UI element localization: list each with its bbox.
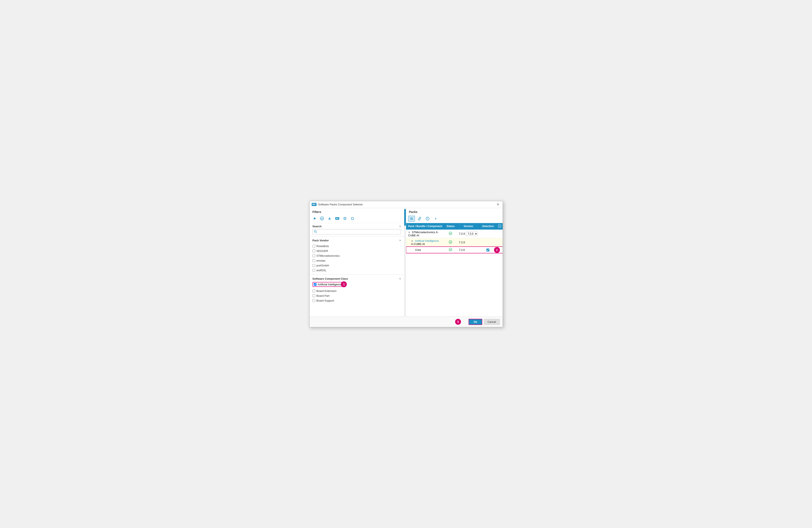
reset-filter-btn[interactable] [350, 216, 355, 221]
group-selection-cell [480, 238, 496, 247]
table-row-vendor: ∨ STMicroelectronics.X-CUBE-AI 7.2.0 [406, 230, 503, 238]
vendor-emotas-checkbox[interactable] [313, 259, 315, 262]
filters-header: Filters [309, 208, 404, 215]
mx-filter-btn[interactable]: MX [335, 217, 340, 220]
packs-table: Pack / Bundle / Component Status Version… [406, 223, 503, 253]
vendor-stmicro-label: STMicroelectronics [317, 254, 340, 257]
pack-vendor-label: Pack Vendor [313, 239, 329, 242]
close-button[interactable]: ✕ [495, 202, 501, 206]
group-version-text: 7.2.0 [459, 241, 465, 244]
class-board-part-label: Board Part [317, 294, 330, 297]
vendor-rowebots-checkbox[interactable] [313, 245, 315, 247]
badge3-container: 3 [455, 319, 463, 325]
class-board-support-item[interactable]: Board Support [313, 298, 401, 303]
vendor-stmicro-checkbox[interactable] [313, 254, 315, 257]
svg-text:i: i [427, 218, 428, 220]
vendor-version-cell: 7.2.0 7.2.0 [457, 230, 480, 238]
class-board-part-item[interactable]: Board Part [313, 294, 401, 298]
component-selection-cell: 2 [480, 247, 496, 253]
vendor-wolfssl-item[interactable]: wolfSSL [313, 268, 401, 273]
class-board-support-label: Board Support [317, 299, 334, 302]
badge-2: 2 [494, 247, 500, 253]
col-header-status: Status [444, 223, 457, 230]
left-scrollbar[interactable] [404, 208, 406, 316]
vendor-version-dropdown[interactable]: 7.2.0 [466, 232, 478, 236]
packs-header: Packs [406, 208, 503, 215]
scrollbar-thumb[interactable] [404, 209, 406, 226]
vendor-expand-btn[interactable]: ∨ [408, 231, 410, 234]
software-class-label: Software Component Class [313, 277, 348, 280]
group-expand-btn[interactable]: ∨ [411, 239, 413, 242]
vendor-rowebots-label: RoweBots [317, 244, 329, 248]
vendor-segger-checkbox[interactable] [313, 249, 315, 252]
software-packs-dialog: MX Software Packs Component Selector ✕ F… [309, 201, 503, 327]
window-title: Software Packs Component Selector [318, 203, 494, 206]
vendor-name: STMicroelectronics.X-CUBE-AI [408, 231, 439, 237]
cancel-button[interactable]: Cancel [484, 319, 499, 325]
pack-vendor-section-header[interactable]: Pack Vendor ∨ [309, 237, 404, 243]
software-class-section-header[interactable]: Software Component Class ∨ [309, 275, 404, 281]
check-filter-btn[interactable] [320, 216, 324, 221]
vendor-emotas-label: emotas [317, 259, 325, 262]
component-version-text: 7.2.0 [459, 248, 465, 252]
vendor-rowebots-item[interactable]: RoweBots [313, 244, 401, 248]
vendor-portgmbh-checkbox[interactable] [313, 264, 315, 267]
class-ai-checkbox[interactable] [314, 283, 317, 286]
arrow-btn[interactable] [432, 216, 439, 222]
component-selection-checkbox[interactable] [487, 248, 489, 252]
bottom-bar: 3 Ok Cancel [309, 316, 503, 327]
ai-item-container: Artificial Intelligence 1 [313, 282, 343, 287]
vendor-status-cell [444, 230, 457, 238]
svg-point-14 [449, 248, 452, 251]
class-ai-label: Artificial Intelligence [318, 283, 342, 286]
link-btn[interactable] [416, 216, 423, 222]
component-status-icon [449, 248, 452, 252]
class-board-ext-checkbox[interactable] [313, 289, 315, 292]
vendor-status-icon [449, 232, 452, 236]
vendor-wolfssl-checkbox[interactable] [313, 269, 315, 272]
list-view-btn[interactable] [408, 216, 415, 222]
col-header-pack: Pack / Bundle / Component [406, 223, 444, 230]
ai-checkbox-outlined: Artificial Intelligence [313, 282, 343, 287]
vendor-portgmbh-item[interactable]: portGmbH [313, 263, 401, 268]
table-row-group: ∨ Artificial Intelligence X-CUBE-AI 7. [406, 238, 503, 247]
vendor-stmicro-item[interactable]: STMicroelectronics [313, 253, 401, 258]
star-filter-btn[interactable]: ★ [313, 216, 317, 221]
vendor-wolfssl-label: wolfSSL [317, 269, 327, 272]
app-icon: MX [312, 203, 317, 206]
table-row-component-core: Core 7.2.0 [406, 247, 503, 253]
right-panel: Packs i [406, 208, 503, 316]
vendor-extra-cell [496, 230, 503, 238]
class-board-ext-item[interactable]: Board Extension [313, 288, 401, 294]
group-status-cell [444, 238, 457, 247]
svg-rect-2 [344, 218, 346, 219]
download-filter-btn[interactable] [327, 216, 332, 221]
title-bar: MX Software Packs Component Selector ✕ [309, 201, 503, 208]
class-board-support-checkbox[interactable] [313, 299, 315, 302]
ok-button[interactable]: Ok [468, 319, 482, 325]
main-content: Filters ★ MX [309, 208, 503, 316]
svg-point-3 [314, 230, 316, 232]
search-magnifier-icon [314, 230, 317, 233]
col-header-selection: Selection [480, 223, 496, 230]
chip-filter-btn[interactable] [343, 216, 347, 221]
search-chevron: ∨ [399, 225, 401, 228]
pack-vendor-chevron: ∨ [399, 239, 401, 242]
group-status-icon [449, 241, 452, 244]
search-input[interactable] [318, 230, 400, 233]
class-board-part-checkbox[interactable] [313, 295, 315, 297]
component-name: Core [415, 248, 421, 252]
group-name-rest: X-CUBE-AI [411, 242, 425, 246]
vendor-version-text: 7.2.0 [459, 232, 465, 235]
group-version-cell: 7.2.0 [457, 238, 480, 247]
vendor-segger-item[interactable]: SEGGER [313, 248, 401, 253]
svg-point-13 [449, 241, 452, 243]
packs-table-container: Pack / Bundle / Component Status Version… [406, 223, 503, 316]
filter-icons-bar: ★ MX [309, 215, 404, 223]
packs-toolbar: i [406, 215, 503, 223]
software-class-chevron: ∨ [399, 277, 401, 280]
search-section-header[interactable]: Search ∨ [309, 223, 404, 229]
col-header-version: Version [457, 223, 480, 230]
info-btn[interactable]: i [424, 216, 431, 222]
vendor-emotas-item[interactable]: emotas [313, 258, 401, 263]
